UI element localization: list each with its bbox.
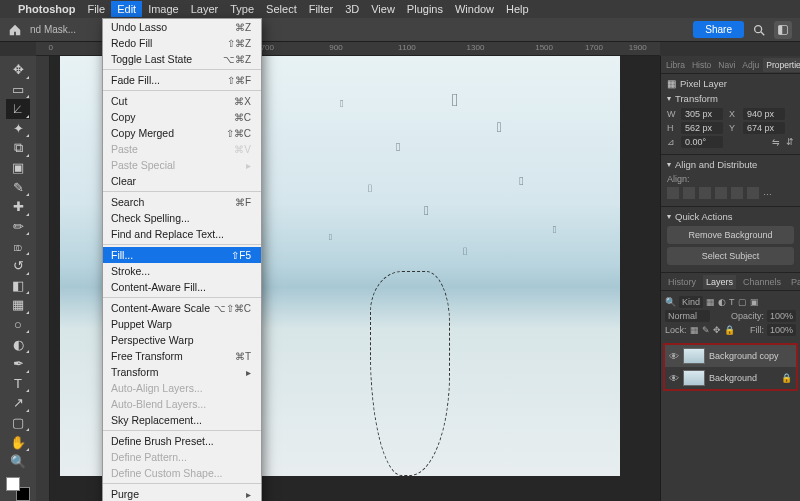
menu-item-fade-fill[interactable]: Fade Fill...⇧⌘F <box>103 72 261 88</box>
tab-navigator[interactable]: Navi <box>715 58 738 72</box>
visibility-icon[interactable]: 👁 <box>669 373 679 384</box>
menu-item-find-and-replace-text[interactable]: Find and Replace Text... <box>103 226 261 242</box>
search-icon[interactable] <box>752 23 766 37</box>
marquee-tool[interactable]: ▭ <box>6 80 30 100</box>
menu-item-define-brush-preset[interactable]: Define Brush Preset... <box>103 433 261 449</box>
menu-view[interactable]: View <box>371 3 395 15</box>
chevron-down-icon[interactable]: ▾ <box>667 212 671 221</box>
menu-item-copy-merged[interactable]: Copy Merged⇧⌘C <box>103 125 261 141</box>
tab-paths[interactable]: Paths <box>788 275 800 289</box>
menu-item-cut[interactable]: Cut⌘X <box>103 93 261 109</box>
layer-name[interactable]: Background copy <box>709 351 779 361</box>
kind-filter[interactable]: Kind <box>679 296 703 308</box>
menu-item-transform[interactable]: Transform▸ <box>103 364 261 380</box>
crop-tool[interactable]: ⧉ <box>6 138 30 158</box>
menu-item-puppet-warp[interactable]: Puppet Warp <box>103 316 261 332</box>
tab-properties[interactable]: Properties <box>763 58 800 72</box>
tab-channels[interactable]: Channels <box>740 275 784 289</box>
width-field[interactable]: 305 px <box>681 108 723 120</box>
layer-row[interactable]: 👁 Background copy <box>665 345 796 367</box>
layer-thumbnail[interactable] <box>683 370 705 386</box>
menu-plugins[interactable]: Plugins <box>407 3 443 15</box>
menu-image[interactable]: Image <box>148 3 179 15</box>
menu-window[interactable]: Window <box>455 3 494 15</box>
blur-tool[interactable]: ○ <box>6 315 30 335</box>
heal-tool[interactable]: ✚ <box>6 197 30 217</box>
menu-item-free-transform[interactable]: Free Transform⌘T <box>103 348 261 364</box>
menu-file[interactable]: File <box>87 3 105 15</box>
menu-item-clear[interactable]: Clear <box>103 173 261 189</box>
layer-name[interactable]: Background <box>709 373 757 383</box>
path-tool[interactable]: ↗ <box>6 393 30 413</box>
shape-tool[interactable]: ▢ <box>6 413 30 433</box>
visibility-icon[interactable]: 👁 <box>669 351 679 362</box>
tab-histogram[interactable]: Histo <box>689 58 714 72</box>
menu-item-stroke[interactable]: Stroke... <box>103 263 261 279</box>
remove-background-button[interactable]: Remove Background <box>667 226 794 244</box>
menu-item-toggle-last-state[interactable]: Toggle Last State⌥⌘Z <box>103 51 261 67</box>
move-tool[interactable]: ✥ <box>6 60 30 80</box>
menu-item-redo-fill[interactable]: Redo Fill⇧⌘Z <box>103 35 261 51</box>
filter-type-icon[interactable]: T <box>729 297 735 307</box>
brush-tool[interactable]: ✏ <box>6 217 30 237</box>
height-field[interactable]: 562 px <box>681 122 723 134</box>
flip-h-icon[interactable]: ⇋ <box>772 137 780 147</box>
menu-item-undo-lasso[interactable]: Undo Lasso⌘Z <box>103 19 261 35</box>
y-field[interactable]: 674 px <box>743 122 785 134</box>
chevron-down-icon[interactable]: ▾ <box>667 160 671 169</box>
eraser-tool[interactable]: ◧ <box>6 276 30 296</box>
menu-item-perspective-warp[interactable]: Perspective Warp <box>103 332 261 348</box>
lock-pixels-icon[interactable]: ✎ <box>702 325 710 335</box>
select-subject-button[interactable]: Select Subject <box>667 247 794 265</box>
menu-edit[interactable]: Edit <box>111 1 142 17</box>
pen-tool[interactable]: ✒ <box>6 354 30 374</box>
align-left-icon[interactable] <box>667 187 679 199</box>
type-tool[interactable]: T <box>6 374 30 394</box>
menu-item-search[interactable]: Search⌘F <box>103 194 261 210</box>
menu-filter[interactable]: Filter <box>309 3 333 15</box>
menu-item-check-spelling[interactable]: Check Spelling... <box>103 210 261 226</box>
menu-item-fill[interactable]: Fill...⇧F5 <box>103 247 261 263</box>
app-name[interactable]: Photoshop <box>18 3 75 15</box>
wand-tool[interactable]: ✦ <box>6 119 30 139</box>
tab-history[interactable]: History <box>665 275 699 289</box>
home-icon[interactable] <box>8 23 22 37</box>
menu-layer[interactable]: Layer <box>191 3 219 15</box>
align-top-icon[interactable] <box>715 187 727 199</box>
color-swatches[interactable] <box>6 477 30 501</box>
blend-mode[interactable]: Normal <box>665 310 710 322</box>
zoom-tool[interactable]: 🔍 <box>6 452 30 472</box>
align-bottom-icon[interactable] <box>747 187 759 199</box>
workspace-icon[interactable] <box>774 21 792 39</box>
angle-field[interactable]: 0.00° <box>681 136 723 148</box>
lock-transparent-icon[interactable]: ▦ <box>690 325 699 335</box>
lock-icon[interactable]: 🔒 <box>781 373 792 383</box>
menu-item-content-aware-fill[interactable]: Content-Aware Fill... <box>103 279 261 295</box>
filter-adjust-icon[interactable]: ◐ <box>718 297 726 307</box>
hand-tool[interactable]: ✋ <box>6 432 30 452</box>
stamp-tool[interactable]: ⎄ <box>6 236 30 256</box>
flip-v-icon[interactable]: ⇵ <box>786 137 794 147</box>
fill-field[interactable]: 100% <box>767 324 796 336</box>
tab-layers[interactable]: Layers <box>703 275 736 289</box>
lock-position-icon[interactable]: ✥ <box>713 325 721 335</box>
share-button[interactable]: Share <box>693 21 744 38</box>
opacity-field[interactable]: 100% <box>767 310 796 322</box>
menu-3d[interactable]: 3D <box>345 3 359 15</box>
lock-all-icon[interactable]: 🔒 <box>724 325 735 335</box>
gradient-tool[interactable]: ▦ <box>6 295 30 315</box>
lasso-tool[interactable]: ⟀ <box>6 99 30 119</box>
x-field[interactable]: 940 px <box>743 108 785 120</box>
history-brush-tool[interactable]: ↺ <box>6 256 30 276</box>
menu-item-sky-replacement[interactable]: Sky Replacement... <box>103 412 261 428</box>
menu-item-content-aware-scale[interactable]: Content-Aware Scale⌥⇧⌘C <box>103 300 261 316</box>
filter-icon[interactable]: 🔍 <box>665 297 676 307</box>
menu-help[interactable]: Help <box>506 3 529 15</box>
more-icon[interactable]: … <box>763 187 772 199</box>
menu-item-purge[interactable]: Purge▸ <box>103 486 261 501</box>
menu-select[interactable]: Select <box>266 3 297 15</box>
eyedropper-tool[interactable]: ✎ <box>6 178 30 198</box>
layer-row[interactable]: 👁 Background 🔒 <box>665 367 796 389</box>
align-right-icon[interactable] <box>699 187 711 199</box>
filter-shape-icon[interactable]: ▢ <box>738 297 747 307</box>
